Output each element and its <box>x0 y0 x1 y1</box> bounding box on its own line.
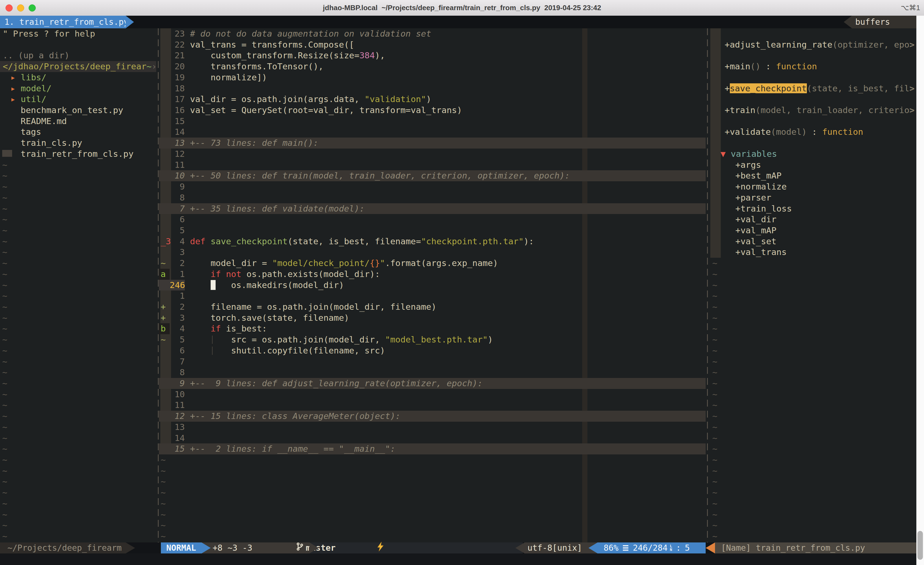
tag-item-variable[interactable]: +val_mAP <box>709 225 916 236</box>
tab-current[interactable]: 1. train_retr_from_cls.py <box>0 16 126 29</box>
code-line[interactable]: ~2 model_dir = "model/check_point/{}".fo… <box>159 258 707 269</box>
empty-line-tilde: ~ <box>0 433 158 444</box>
tag-section-variables[interactable]: ▼ variables <box>709 149 916 159</box>
code-line[interactable]: 23# do not do data augmentation on valid… <box>159 29 707 39</box>
folded-code-line[interactable]: 13+-- 73 lines: def main(): <box>159 138 706 149</box>
code-line[interactable]: 10 <box>159 389 707 400</box>
tree-up-dir[interactable]: .. (up a dir) <box>0 50 158 61</box>
code-line[interactable]: 20 transforms.ToTensor(), <box>159 61 707 72</box>
tree-item-file[interactable]: train_cls.py <box>0 138 158 149</box>
code-line[interactable]: _34def save_checkpoint(state, is_best, f… <box>159 236 707 247</box>
code-line[interactable]: +2 filename = os.path.join(model_dir, fi… <box>159 302 707 313</box>
code-line[interactable]: a1 if not os.path.exists(model_dir): <box>159 269 707 280</box>
window-separator-left[interactable] <box>158 29 159 542</box>
tag-item-variable[interactable]: +val_set <box>709 236 916 247</box>
tag-item-variable[interactable]: +train_loss <box>709 203 916 214</box>
line-number: 246 <box>170 280 185 291</box>
minimize-button[interactable] <box>17 5 24 12</box>
code-line[interactable]: 22val_trans = transforms.Compose([ <box>159 39 707 50</box>
empty-line-tilde: ~ <box>159 498 707 509</box>
empty-line-tilde: ~ <box>709 433 916 444</box>
empty-line-tilde: ~ <box>709 389 916 400</box>
code-line[interactable]: 17val_dir = os.path.join(args.data, "val… <box>159 94 707 105</box>
code-line[interactable]: 8 <box>159 367 707 378</box>
code-line[interactable]: 21 custom_transform.Resize(size=384), <box>159 50 707 61</box>
gutter-sign: + <box>159 313 170 323</box>
empty-line-tilde: ~ <box>709 280 916 291</box>
zoom-button[interactable] <box>28 5 36 12</box>
empty-line-tilde: ~ <box>709 422 916 433</box>
tab-arrow <box>126 16 134 29</box>
scrollbar-track[interactable] <box>916 16 924 565</box>
statusline: ~/Projects/deep_firearm train_retr_from_… <box>0 542 924 553</box>
code-line[interactable]: ~5 src = os.path.join(model_dir, "model_… <box>159 334 707 345</box>
code-line[interactable]: 14 <box>159 433 707 444</box>
code-line[interactable]: 16val_set = QuerySet(root=val_dir, trans… <box>159 105 707 116</box>
vim-tabline: 1. train_retr_from_cls.py buffers <box>0 16 924 29</box>
tree-item-file[interactable]: README.md <box>0 116 158 127</box>
tag-item-variable[interactable]: +parser <box>709 192 916 203</box>
gutter-sign: ~ <box>159 334 170 345</box>
empty-line-tilde: ~ <box>709 400 916 411</box>
tag-item-function[interactable]: +adjust_learning_rate(optimizer, epo> <box>709 39 916 50</box>
empty-line-tilde: ~ <box>0 520 158 531</box>
folded-code-line[interactable]: 7+-- 35 lines: def validate(model): <box>159 203 706 214</box>
code-line[interactable]: 12 <box>159 149 707 159</box>
code-line[interactable]: 18 <box>159 83 707 94</box>
scroll-percent: 86% <box>604 542 618 553</box>
folded-code-line[interactable]: 10+-- 50 lines: def train(model, train_l… <box>159 170 706 181</box>
tree-root-path[interactable]: </jdhao/Projects/deep_firear~› <box>0 61 156 72</box>
code-line[interactable]: 1 <box>159 290 707 302</box>
tree-blank-row <box>0 39 158 50</box>
code-line[interactable]: 19 normalize]) <box>159 72 707 83</box>
tree-item-dir[interactable]: ▸ model/ <box>0 83 158 94</box>
code-line[interactable]: +3 torch.save(state, filename) <box>159 313 707 323</box>
code-line[interactable]: 14 <box>159 126 707 138</box>
code-line[interactable]: 11 <box>159 400 707 411</box>
tree-item-dir[interactable]: ▸ libs/ <box>0 72 158 83</box>
code-line[interactable]: 7 <box>159 356 707 367</box>
folded-code-line[interactable]: 9+-- 9 lines: def adjust_learning_rate(o… <box>159 378 706 389</box>
tag-item-function[interactable]: +main() : function <box>709 61 916 72</box>
tree-item-file[interactable]: tags <box>0 126 158 138</box>
code-line[interactable]: 13 <box>159 422 707 433</box>
code-line[interactable]: 6 shutil.copyfile(filename, src) <box>159 345 707 356</box>
code-line[interactable]: 11 <box>159 159 707 171</box>
code-line[interactable]: 3 <box>159 247 707 258</box>
code-line[interactable]: 5 <box>159 225 707 236</box>
close-button[interactable] <box>6 5 13 12</box>
current-code-line[interactable]: 246 os.makedirs(model_dir) <box>159 280 707 291</box>
tree-item-file[interactable]: train_retr_from_cls.py <box>0 149 158 159</box>
folded-code-line[interactable]: 15+-- 2 lines: if __name__ == "__main__"… <box>159 443 706 454</box>
tag-item-variable[interactable]: +normalize <box>709 181 916 192</box>
folded-code-line[interactable]: 12+-- 15 lines: class AverageMeter(objec… <box>159 411 706 422</box>
empty-line-tilde: ~ <box>709 466 916 476</box>
empty-line-tilde: ~ <box>0 509 158 520</box>
empty-line-tilde: ~ <box>159 454 707 466</box>
vim-cmdline <box>0 553 924 565</box>
tag-item-function[interactable]: +train(model, train_loader, criterio> <box>709 105 916 116</box>
tag-item-function-selected[interactable]: +save_checkpoint(state, is_best, fil> <box>709 83 916 94</box>
tree-item-dir[interactable]: ▸ util/ <box>0 94 158 105</box>
tag-item-variable[interactable]: +val_trans <box>709 247 916 258</box>
tag-item-function[interactable]: +validate(model) : function <box>709 126 916 138</box>
empty-line-tilde: ~ <box>709 487 916 498</box>
code-line[interactable]: b4 if is_best: <box>159 323 707 334</box>
scrollbar-thumb[interactable] <box>917 531 923 560</box>
code-line[interactable]: 8 <box>159 192 707 203</box>
gutter-sign: ~ <box>159 258 170 269</box>
empty-line-tilde: ~ <box>159 531 707 542</box>
code-line[interactable]: 6 <box>159 214 707 225</box>
window-separator-right[interactable] <box>707 29 708 542</box>
tag-item-variable[interactable]: +args <box>709 159 916 171</box>
code-line[interactable]: 15 <box>159 116 707 127</box>
line-number: 6 <box>170 345 185 356</box>
tag-blank-row <box>709 138 916 149</box>
tree-item-file[interactable]: benchmark_on_test.py <box>0 105 158 116</box>
tag-item-variable[interactable]: +best_mAP <box>709 170 916 181</box>
tag-item-variable[interactable]: +val_dir <box>709 214 916 225</box>
empty-line-tilde: ~ <box>0 400 158 411</box>
line-number: 12 <box>170 149 185 159</box>
buffers-label: buffers <box>852 16 916 29</box>
code-line[interactable]: 9 <box>159 181 707 192</box>
